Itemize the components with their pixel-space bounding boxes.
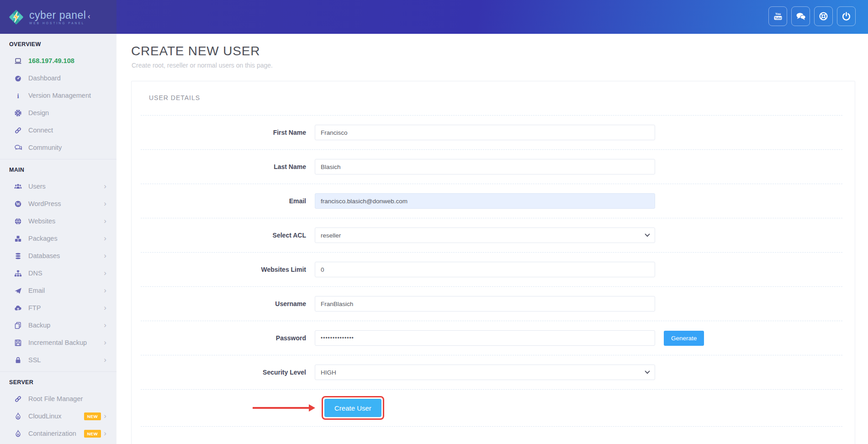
sidebar-item-label: Incremental Backup	[28, 339, 101, 346]
power-button[interactable]	[837, 6, 856, 26]
brand-name: cyber panel	[29, 10, 86, 21]
flame-icon	[14, 412, 22, 420]
form-row-select-acl: Select ACLreseller	[141, 218, 842, 252]
chevron-right-icon: ›	[104, 430, 106, 437]
form-row-websites-limit: Websites Limit	[141, 252, 842, 286]
users-icon	[14, 183, 22, 190]
sidebar-item-connect[interactable]: Connect	[0, 122, 116, 139]
sidebar-item-label: CloudLinux	[28, 412, 81, 420]
youtube-icon: You Tube	[773, 11, 783, 21]
sidebar-item-email[interactable]: Email›	[0, 282, 116, 299]
gear-icon	[14, 109, 22, 117]
sidebar-item-community[interactable]: Community	[0, 139, 116, 156]
create-user-button[interactable]: Create User	[324, 399, 381, 417]
youtube-button[interactable]: You Tube	[768, 6, 787, 26]
password-input[interactable]	[315, 330, 655, 346]
sidebar-item-label: Websites	[28, 217, 101, 225]
first-name-input[interactable]	[315, 125, 655, 140]
chevron-right-icon: ›	[104, 412, 106, 420]
sidebar-item-168-197-49-108[interactable]: 168.197.49.108	[0, 52, 116, 69]
username-input[interactable]	[315, 296, 655, 312]
field-label: Email	[141, 197, 315, 205]
generate-button[interactable]: Generate	[664, 331, 704, 346]
field-label: Websites Limit	[141, 266, 315, 273]
chevron-right-icon: ›	[104, 183, 106, 190]
sidebar-item-root-file-manager[interactable]: Root File Manager	[0, 390, 116, 407]
form-row-security-level: Security LevelHIGH	[141, 355, 842, 389]
dashboard-icon	[14, 74, 22, 82]
svg-text:Tube: Tube	[774, 16, 781, 19]
sidebar-collapse-icon[interactable]: ‹	[88, 12, 90, 21]
sidebar-item-dns[interactable]: DNS›	[0, 264, 116, 282]
chevron-right-icon: ›	[104, 287, 106, 294]
sidebar-section-server: SERVERRoot File ManagerCloudLinuxNEW›Con…	[0, 371, 116, 444]
form-row-username: Username	[141, 286, 842, 321]
cyberpanel-logo-icon	[8, 9, 25, 26]
sidebar-item-users[interactable]: Users›	[0, 178, 116, 195]
sidebar-item-label: 168.197.49.108	[28, 57, 106, 64]
chevron-right-icon: ›	[104, 252, 106, 259]
field-label: Username	[141, 300, 315, 307]
sidebar-item-docker-manager[interactable]: Docker ManagerNEW›	[0, 442, 116, 444]
sidebar-section-overview: OVERVIEW168.197.49.108DashboardiVersion …	[0, 34, 116, 156]
select-acl-select[interactable]: reseller	[315, 227, 655, 243]
form-row-last-name: Last Name	[141, 149, 842, 184]
chevron-right-icon: ›	[104, 270, 106, 277]
sidebar-item-label: Design	[28, 109, 106, 116]
sidebar-nav: OVERVIEW168.197.49.108DashboardiVersion …	[0, 34, 116, 444]
field-label: Select ACL	[141, 232, 315, 239]
new-badge: NEW	[84, 412, 101, 420]
sidebar-item-databases[interactable]: Databases›	[0, 247, 116, 264]
new-badge: NEW	[84, 430, 101, 438]
sidebar-item-cloudlinux[interactable]: CloudLinuxNEW›	[0, 407, 116, 425]
websites-limit-input[interactable]	[315, 262, 655, 277]
chevron-right-icon: ›	[104, 304, 106, 312]
section-label: SERVER	[0, 377, 116, 390]
sidebar-item-design[interactable]: Design	[0, 104, 116, 122]
section-label: OVERVIEW	[0, 39, 116, 52]
sidebar-item-websites[interactable]: Websites›	[0, 212, 116, 230]
link-icon	[14, 395, 22, 403]
sidebar-item-dashboard[interactable]: Dashboard	[0, 69, 116, 87]
sidebar-item-ssl[interactable]: SSL›	[0, 351, 116, 369]
sidebar-item-label: Packages	[28, 235, 101, 242]
page-subtitle: Create root, reseller or normal users on…	[132, 62, 868, 69]
form-row-password: PasswordGenerate	[141, 321, 842, 355]
form-rows: First NameLast NameEmailSelect ACLresell…	[141, 115, 842, 389]
section-label: MAIN	[0, 165, 116, 178]
last-name-input[interactable]	[315, 159, 655, 174]
submit-row: Create User	[141, 389, 842, 427]
sidebar-item-backup[interactable]: Backup›	[0, 317, 116, 334]
chevron-right-icon: ›	[104, 322, 106, 329]
email-input[interactable]	[315, 193, 655, 209]
laptop-icon	[14, 57, 22, 65]
sidebar-item-wordpress[interactable]: WWordPress›	[0, 195, 116, 212]
sidebar-item-label: Databases	[28, 252, 101, 259]
sidebar-item-containerization[interactable]: ContainerizationNEW›	[0, 425, 116, 442]
chat-button[interactable]	[791, 6, 810, 26]
chat-icon	[795, 12, 806, 21]
brand-tagline: WEB HOSTING PANEL	[29, 21, 86, 25]
sidebar-item-label: Version Management	[28, 92, 106, 99]
sidebar-item-incremental-backup[interactable]: Incremental Backup›	[0, 334, 116, 351]
sidebar-item-ftp[interactable]: FTP›	[0, 299, 116, 317]
sidebar-item-label: Containerization	[28, 430, 81, 437]
sidebar-item-label: Users	[28, 183, 101, 190]
header-actions: You Tube	[768, 6, 856, 26]
sidebar-item-packages[interactable]: Packages›	[0, 230, 116, 247]
chevron-right-icon: ›	[104, 339, 106, 346]
brand[interactable]: cyber panel WEB HOSTING PANEL	[0, 0, 116, 34]
link-icon	[14, 127, 22, 134]
save-icon	[14, 339, 22, 347]
security-level-select[interactable]: HIGH	[315, 365, 655, 380]
support-icon	[819, 11, 828, 21]
sidebar-item-version-management[interactable]: iVersion Management	[0, 87, 116, 104]
chevron-right-icon: ›	[104, 217, 106, 225]
paperplane-icon	[14, 287, 22, 295]
sidebar-item-label: Dashboard	[28, 74, 106, 82]
sidebar-item-label: WordPress	[28, 200, 101, 207]
support-button[interactable]	[814, 6, 833, 26]
info-icon: i	[14, 92, 22, 100]
annotation-arrow-icon	[253, 407, 309, 409]
cubes-icon	[14, 235, 22, 243]
